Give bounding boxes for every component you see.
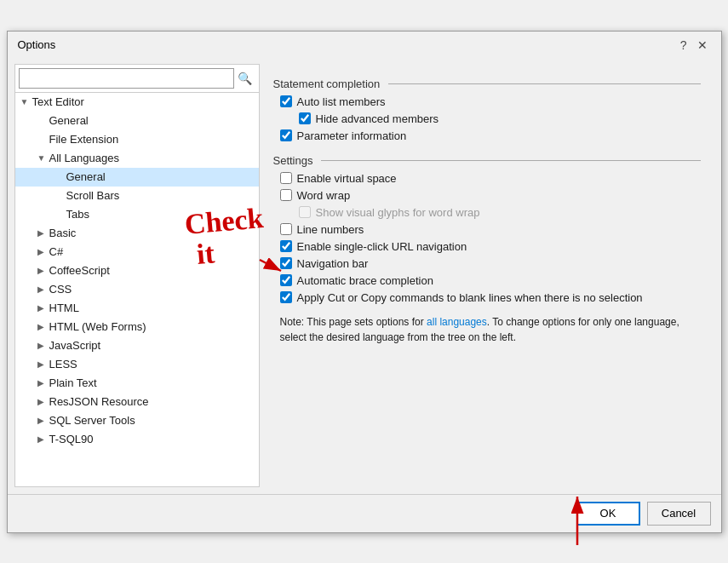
nav-bar-checkbox-wrapper[interactable] <box>280 257 292 269</box>
tree-expand-icon-resjson: ▶ <box>37 397 49 406</box>
tree-item-label-resjson: ResJSON Resource <box>49 395 259 408</box>
line-numbers-checkbox-wrapper[interactable] <box>280 223 292 235</box>
note-text: Note: This page sets options for all lan… <box>280 314 694 345</box>
tree-item-label-tsql90: T-SQL90 <box>49 433 259 445</box>
word-wrap-checkbox[interactable] <box>280 189 292 201</box>
tree-item-label-css: CSS <box>49 283 259 296</box>
auto-brace-label: Automatic brace completion <box>297 274 433 287</box>
tree-item-basic[interactable]: ▶Basic <box>15 224 259 243</box>
visual-glyphs-checkbox-wrapper <box>299 206 311 218</box>
title-bar-controls: ? ✕ <box>677 38 711 52</box>
left-panel: 🔍 ▼Text EditorGeneralFile Extension▼All … <box>14 64 260 487</box>
virtual-space-checkbox-wrapper[interactable] <box>280 172 292 184</box>
search-input[interactable] <box>19 68 234 89</box>
tree-item-csharp[interactable]: ▶C# <box>15 243 259 261</box>
hide-advanced-label: Hide advanced members <box>316 112 439 125</box>
tree-item-css[interactable]: ▶CSS <box>15 280 259 299</box>
virtual-space-label: Enable virtual space <box>297 172 397 185</box>
tree-item-scroll-bars[interactable]: Scroll Bars <box>15 187 259 205</box>
option-row-nav-bar: Navigation bar <box>280 257 701 270</box>
option-row-url-nav: Enable single-click URL navigation <box>280 240 701 253</box>
line-numbers-label: Line numbers <box>297 223 364 236</box>
cut-copy-checkbox-wrapper[interactable] <box>280 291 292 303</box>
tree-item-file-extension[interactable]: File Extension <box>15 130 259 149</box>
tree-item-label-html: HTML <box>49 302 259 314</box>
option-row-parameter-info: Parameter information <box>280 129 701 142</box>
tree-item-label-file-extension: File Extension <box>49 133 259 146</box>
tree-expand-icon-csharp: ▶ <box>37 247 49 256</box>
tree-item-label-tabs: Tabs <box>66 208 259 221</box>
auto-brace-checkbox-wrapper[interactable] <box>280 274 292 286</box>
tree-container[interactable]: ▼Text EditorGeneralFile Extension▼All La… <box>15 93 259 486</box>
tree-expand-icon-html-webforms: ▶ <box>37 322 49 331</box>
url-nav-checkbox-wrapper[interactable] <box>280 240 292 252</box>
option-row-hide-advanced: Hide advanced members <box>299 112 701 125</box>
hide-advanced-checkbox-wrapper[interactable] <box>299 112 311 124</box>
tree-item-label-all-lang-general: General <box>66 170 259 183</box>
tree-item-label-general: General <box>49 114 259 127</box>
auto-list-members-checkbox[interactable] <box>280 95 292 107</box>
option-row-word-wrap: Word wrap <box>280 189 701 202</box>
tree-item-all-lang-general[interactable]: General <box>15 168 259 187</box>
tree-item-label-csharp: C# <box>49 245 259 258</box>
title-bar: Options ? ✕ <box>8 32 721 57</box>
parameter-info-checkbox-wrapper[interactable] <box>280 129 292 141</box>
tree-item-label-javascript: JavaScript <box>49 339 259 352</box>
tree-expand-icon-plain-text: ▶ <box>37 378 49 388</box>
tree-item-label-html-webforms: HTML (Web Forms) <box>49 320 259 333</box>
statement-completion-label: Statement completion <box>273 78 701 90</box>
tree-item-resjson[interactable]: ▶ResJSON Resource <box>15 393 259 411</box>
line-numbers-checkbox[interactable] <box>280 223 292 235</box>
nav-bar-checkbox[interactable] <box>280 257 292 269</box>
tree-expand-icon-html: ▶ <box>37 303 49 313</box>
option-row-line-numbers: Line numbers <box>280 223 701 236</box>
tree-item-text-editor[interactable]: ▼Text Editor <box>15 93 259 112</box>
option-row-virtual-space: Enable virtual space <box>280 172 701 185</box>
tree-item-tsql90[interactable]: ▶T-SQL90 <box>15 430 259 449</box>
tree-item-all-languages[interactable]: ▼All Languages <box>15 149 259 168</box>
word-wrap-label: Word wrap <box>297 189 351 202</box>
parameter-info-label: Parameter information <box>297 129 407 142</box>
url-nav-checkbox[interactable] <box>280 240 292 252</box>
visual-glyphs-label: Show visual glyphs for word wrap <box>316 206 480 219</box>
tree-expand-icon-all-languages: ▼ <box>37 153 49 163</box>
close-button[interactable]: ✕ <box>694 38 711 52</box>
tree-item-less[interactable]: ▶LESS <box>15 355 259 374</box>
tree-item-javascript[interactable]: ▶JavaScript <box>15 336 259 355</box>
search-icon[interactable]: 🔍 <box>234 72 255 85</box>
word-wrap-checkbox-wrapper[interactable] <box>280 189 292 201</box>
tree-item-label-all-languages: All Languages <box>49 152 259 164</box>
tree-item-general[interactable]: General <box>15 112 259 130</box>
virtual-space-checkbox[interactable] <box>280 172 292 184</box>
auto-brace-checkbox[interactable] <box>280 274 292 286</box>
tree-item-sql-server[interactable]: ▶SQL Server Tools <box>15 411 259 430</box>
options-dialog: Options ? ✕ 🔍 ▼Text EditorGeneralFile Ex… <box>7 31 722 533</box>
option-row-auto-list: Auto list members <box>280 95 701 108</box>
tree-item-label-plain-text: Plain Text <box>49 376 259 389</box>
tree-item-html[interactable]: ▶HTML <box>15 299 259 318</box>
tree-item-coffeescript[interactable]: ▶CoffeeScript <box>15 261 259 280</box>
help-button[interactable]: ? <box>677 38 691 52</box>
cut-copy-checkbox[interactable] <box>280 291 292 303</box>
search-bar: 🔍 <box>15 65 259 93</box>
ok-button[interactable]: OK <box>576 502 640 526</box>
parameter-info-checkbox[interactable] <box>280 129 292 141</box>
visual-glyphs-checkbox <box>299 206 311 218</box>
cancel-button[interactable]: Cancel <box>647 502 711 526</box>
settings-label: Settings <box>273 154 701 167</box>
option-row-auto-brace: Automatic brace completion <box>280 274 701 287</box>
tree-item-label-basic: Basic <box>49 227 259 239</box>
auto-list-members-label: Auto list members <box>297 95 386 108</box>
hide-advanced-checkbox[interactable] <box>299 112 311 124</box>
tree-item-label-coffeescript: CoffeeScript <box>49 264 259 277</box>
auto-list-members-checkbox-wrapper[interactable] <box>280 95 292 107</box>
tree-item-tabs[interactable]: Tabs <box>15 205 259 224</box>
cut-copy-label: Apply Cut or Copy commands to blank line… <box>297 291 643 304</box>
tree-item-html-webforms[interactable]: ▶HTML (Web Forms) <box>15 318 259 336</box>
tree-item-plain-text[interactable]: ▶Plain Text <box>15 374 259 393</box>
tree-expand-icon-javascript: ▶ <box>37 341 49 350</box>
right-panel: Statement completion Auto list members H… <box>260 64 714 487</box>
tree-item-label-sql-server: SQL Server Tools <box>49 414 259 427</box>
tree-item-label-text-editor: Text Editor <box>32 95 259 108</box>
option-row-visual-glyphs: Show visual glyphs for word wrap <box>299 206 701 219</box>
